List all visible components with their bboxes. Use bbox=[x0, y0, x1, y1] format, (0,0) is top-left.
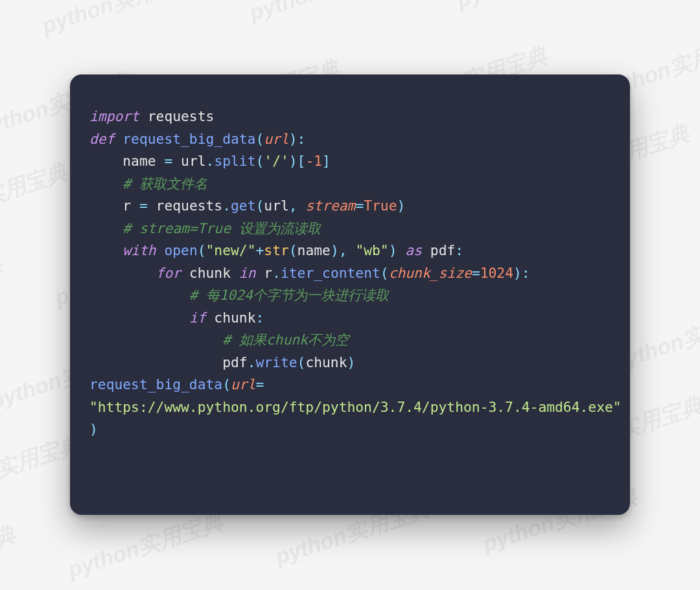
watermark: python实用宝典 bbox=[0, 248, 6, 326]
var-name: name bbox=[122, 153, 156, 169]
comment: # 每1024个字节为一块进行读取 bbox=[189, 287, 389, 303]
url-string: "https://www.python.org/ftp/python/3.7.4… bbox=[89, 399, 622, 415]
kw-import: import bbox=[89, 108, 139, 124]
watermark: python实用宝典 bbox=[246, 0, 408, 28]
code-card: import requests def request_big_data(url… bbox=[70, 74, 630, 515]
watermark: python实用宝典 bbox=[453, 0, 616, 15]
comment: # stream=True 设置为流读取 bbox=[122, 220, 321, 236]
watermark: python实用宝典 bbox=[64, 507, 227, 585]
code-block: import requests def request_big_data(url… bbox=[89, 106, 611, 441]
kw-def: def bbox=[89, 131, 114, 147]
watermark: python实用宝典 bbox=[0, 520, 19, 590]
comment: # 如果chunk不为空 bbox=[222, 332, 349, 348]
comment: # 获取文件名 bbox=[122, 176, 207, 192]
call-request-big-data: request_big_data bbox=[89, 376, 222, 392]
watermark: python实用宝典 bbox=[38, 0, 201, 41]
func-name: request_big_data bbox=[122, 131, 255, 147]
module-requests: requests bbox=[148, 108, 215, 124]
watermark: python实用宝典 bbox=[0, 157, 71, 236]
func-arg: url bbox=[264, 131, 288, 147]
